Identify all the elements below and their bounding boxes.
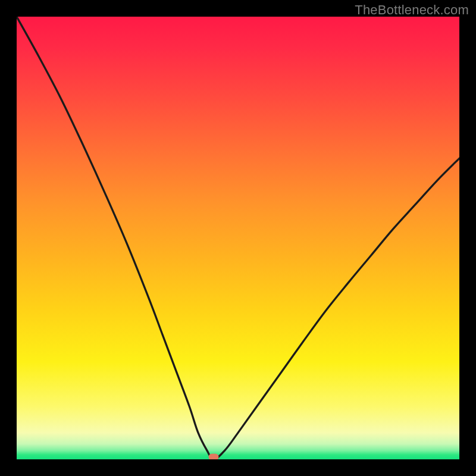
optimal-marker (209, 454, 219, 459)
plot-area (17, 17, 459, 459)
watermark-text: TheBottleneck.com (355, 2, 469, 18)
chart-frame: TheBottleneck.com (0, 0, 476, 476)
bottleneck-curve (17, 17, 459, 459)
